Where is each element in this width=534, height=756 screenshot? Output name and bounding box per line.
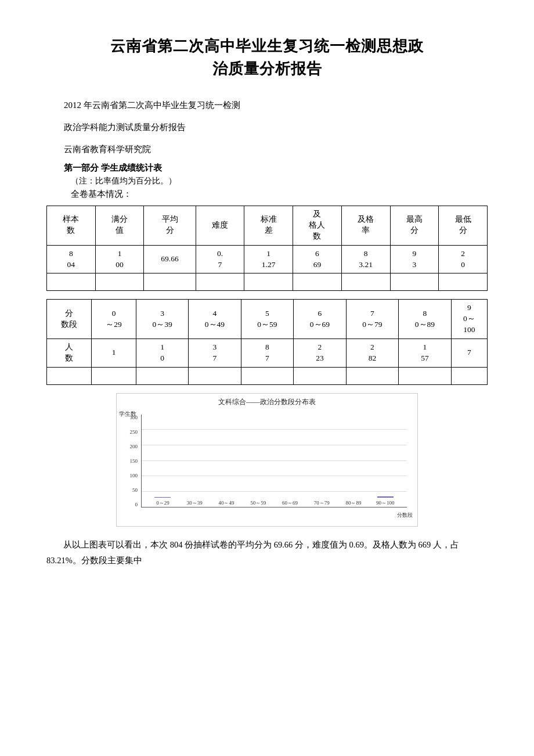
cell-empty-7: [341, 273, 390, 291]
col-header-stddev: 标准差: [244, 206, 293, 246]
dist-empty-7: [399, 367, 451, 384]
y-axis-line: [141, 415, 142, 507]
dist-range-70-79: 70～79: [346, 300, 398, 339]
dist-count-60-69: 223: [294, 339, 346, 368]
bar-label-80-89: 80～89: [345, 499, 361, 507]
dist-range-40-49: 40～49: [189, 300, 241, 339]
dist-empty-5: [294, 367, 346, 384]
dist-empty-3: [189, 367, 241, 384]
bar-30-39: 30～39: [179, 498, 211, 507]
bars-wrapper: 0～29 30～39 40～49 50～59 60～69 70～79: [147, 415, 401, 507]
bar-label-30-39: 30～39: [187, 499, 203, 507]
y-label-50: 50: [119, 487, 138, 493]
dist-empty-6: [346, 367, 398, 384]
col-header-lowest: 最低分: [439, 206, 488, 246]
col-header-highest: 最高分: [390, 206, 439, 246]
bar-90-100: 90～100: [369, 496, 401, 507]
cell-empty-9: [439, 273, 488, 291]
dist-range-60-69: 60～69: [294, 300, 346, 339]
intro-line2: 政治学科能力测试质量分析报告: [64, 118, 488, 136]
cell-lowest: 20: [439, 245, 488, 273]
dist-range-90-100: 90～100: [451, 300, 487, 339]
y-label-250: 250: [119, 429, 138, 435]
bar-chart: 文科综合——政治分数段分布表 学生数 0 50 100 150 200 250 …: [116, 393, 418, 527]
bar-80-89: 80～89: [338, 498, 370, 507]
y-label-300: 300: [119, 415, 138, 420]
dist-empty-2: [136, 367, 188, 384]
dist-empty-4: [241, 367, 293, 384]
bar-label-0-29: 0～29: [156, 499, 169, 507]
bar-label-90-100: 90～100: [376, 499, 395, 507]
main-title: 云南省第二次高中毕业生复习统一检测思想政 治质量分析报告: [46, 35, 488, 80]
dist-count-70-79: 282: [346, 339, 398, 368]
bar-0-29: 0～29: [147, 497, 179, 507]
cell-passrate: 83.21: [341, 245, 390, 273]
dist-range-50-59: 50～59: [241, 300, 293, 339]
cell-samples: 804: [47, 245, 96, 273]
cell-empty-3: [144, 273, 196, 291]
x-axis-line: [141, 507, 407, 507]
dist-empty-8: [451, 367, 487, 384]
col-header-difficulty: 难度: [196, 206, 244, 246]
cell-empty-4: [196, 273, 244, 291]
col-header-passcount: 及格人数: [293, 206, 342, 246]
cell-empty-2: [95, 273, 144, 291]
cell-empty-5: [244, 273, 293, 291]
cell-passcount: 669: [293, 245, 342, 273]
chart-title: 文科综合——政治分数段分布表: [117, 394, 417, 408]
chart-plot-area: 0 50 100 150 200 250 300 0～29 30～39: [141, 415, 407, 507]
dist-count-90-100: 7: [451, 339, 487, 368]
bar-label-60-69: 60～69: [282, 499, 298, 507]
bar-label-50-59: 50～59: [250, 499, 266, 507]
note: （注：比率值均为百分比。）: [71, 176, 488, 186]
dist-count-0-29: 1: [92, 339, 136, 368]
dist-range-80-89: 80～89: [399, 300, 451, 339]
dist-count-label: 人数: [47, 339, 92, 368]
bar-rect-90-100: [377, 496, 394, 498]
intro-line3: 云南省教育科学研究院: [64, 141, 488, 158]
dist-empty-1: [92, 367, 136, 384]
y-axis-labels: 0 50 100 150 200 250 300: [119, 415, 138, 507]
dist-range-0-29: 0～29: [92, 300, 136, 339]
sub-section: 全卷基本情况：: [71, 189, 488, 200]
col-header-fullscore: 满分值: [95, 206, 144, 246]
cell-stddev: 11.27: [244, 245, 293, 273]
bar-70-79: 70～79: [306, 498, 338, 507]
bar-label-70-79: 70～79: [314, 499, 330, 507]
col-header-passrate: 及格率: [341, 206, 390, 246]
y-label-100: 100: [119, 473, 138, 478]
cell-fullscore: 100: [95, 245, 144, 273]
dist-count-80-89: 157: [399, 339, 451, 368]
bar-40-49: 40～49: [211, 498, 243, 507]
dist-count-30-39: 10: [136, 339, 188, 368]
section-title: 第一部分 学生成绩统计表: [64, 163, 488, 174]
bar-rect-0-29: [154, 497, 171, 498]
y-label-0: 0: [119, 502, 138, 507]
stats-table: 样本数 满分值 平均分 难度 标准差 及格人数 及格率 最高分 最低分 804 …: [46, 206, 488, 291]
x-axis-label: 分数段: [397, 512, 413, 519]
cell-highest: 93: [390, 245, 439, 273]
dist-count-50-59: 87: [241, 339, 293, 368]
bar-60-69: 60～69: [274, 498, 306, 507]
dist-count-40-49: 37: [189, 339, 241, 368]
y-label-150: 150: [119, 458, 138, 464]
intro-line1: 2012 年云南省第二次高中毕业生复习统一检测: [64, 96, 488, 114]
bar-label-40-49: 40～49: [218, 499, 234, 507]
col-header-avg: 平均分: [144, 206, 196, 246]
cell-empty-8: [390, 273, 439, 291]
col-header-samples: 样本数: [47, 206, 96, 246]
cell-avg: 69.66: [144, 245, 196, 273]
dist-col-label: 分数段: [47, 300, 92, 339]
dist-range-30-39: 30～39: [136, 300, 188, 339]
cell-empty-1: [47, 273, 96, 291]
cell-empty-6: [293, 273, 342, 291]
y-label-200: 200: [119, 444, 138, 449]
dist-empty-label: [47, 367, 92, 384]
cell-difficulty: 0.7: [196, 245, 244, 273]
bar-50-59: 50～59: [242, 498, 274, 507]
distribution-table: 分数段 0～29 30～39 40～49 50～59 60～69 70～79 8…: [46, 299, 488, 384]
bottom-text: 从以上图表可以看出，本次 804 份抽样试卷的平均分为 69.66 分，难度值为…: [46, 537, 488, 569]
